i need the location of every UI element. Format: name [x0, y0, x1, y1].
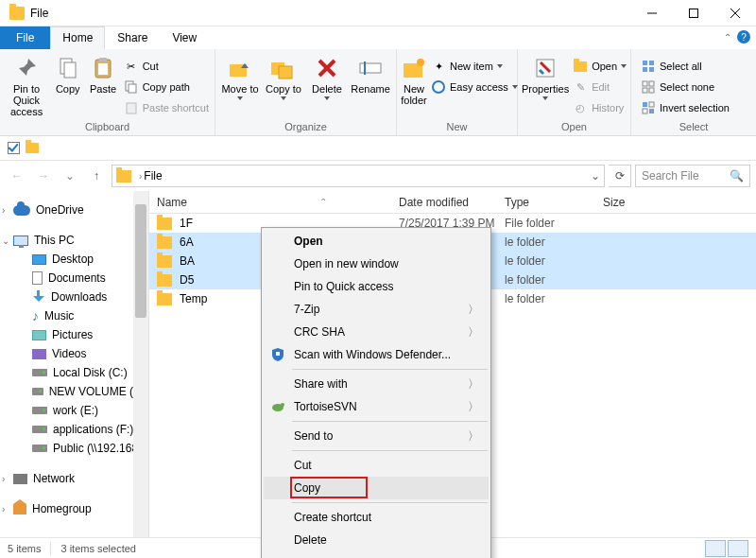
sidebar-item-work[interactable]: work (E:): [0, 401, 148, 420]
copy-to-icon: [270, 55, 297, 81]
ctx-share-with[interactable]: Share with〉: [264, 373, 489, 395]
sidebar-item-documents[interactable]: Documents: [0, 269, 148, 288]
edit-button[interactable]: ✎Edit: [571, 78, 628, 96]
invert-selection-button[interactable]: Invert selection: [639, 98, 731, 117]
delete-button[interactable]: Delete: [306, 55, 348, 100]
tab-home[interactable]: Home: [50, 26, 105, 49]
address-row: ← → ⌄ ↑ › File ⌄ ⟳ Search File 🔍: [0, 161, 756, 191]
ctx-divider: [292, 450, 488, 451]
address-bar[interactable]: › File ⌄: [112, 165, 605, 187]
column-date[interactable]: Date modified: [391, 196, 497, 209]
svg-rect-10: [129, 84, 136, 93]
view-details-button[interactable]: [705, 540, 726, 557]
folder-icon: [157, 255, 172, 268]
svg-rect-5: [64, 62, 76, 78]
back-button[interactable]: ←: [6, 165, 28, 187]
sidebar-item-music[interactable]: ♪Music: [0, 306, 148, 325]
new-folder-button[interactable]: New folder: [401, 55, 427, 106]
sidebar-item-desktop[interactable]: Desktop: [0, 250, 148, 269]
tortoise-icon: [269, 398, 286, 415]
address-dropdown-icon[interactable]: ⌄: [591, 169, 600, 183]
ctx-create-shortcut[interactable]: Create shortcut: [264, 506, 489, 529]
svg-rect-26: [649, 67, 654, 72]
ctx-rename[interactable]: Rename: [264, 551, 489, 558]
select-all-button[interactable]: Select all: [639, 57, 731, 76]
sort-indicator-icon: ⌃: [319, 197, 327, 207]
sidebar-item-network[interactable]: ›Network: [0, 469, 148, 488]
tab-share[interactable]: Share: [105, 26, 160, 49]
cut-button[interactable]: ✂Cut: [122, 57, 211, 76]
sidebar-item-videos[interactable]: Videos: [0, 344, 148, 363]
window-title: File: [30, 7, 631, 20]
ctx-pin-quick-access[interactable]: Pin to Quick access: [264, 275, 489, 298]
sidebar-item-homegroup[interactable]: ›Homegroup: [0, 499, 148, 518]
tab-view[interactable]: View: [160, 26, 209, 49]
ctx-open-new-window[interactable]: Open in new window: [264, 253, 489, 275]
minimize-button[interactable]: [631, 0, 673, 26]
new-item-button[interactable]: ✦New item: [429, 57, 520, 76]
easy-access-button[interactable]: Easy access: [429, 78, 520, 96]
up-button[interactable]: ↑: [85, 165, 108, 187]
ctx-open[interactable]: Open: [264, 230, 489, 253]
help-icon[interactable]: ?: [737, 30, 750, 44]
copy-to-button[interactable]: Copy to: [263, 55, 304, 100]
file-type: File folder: [505, 217, 603, 230]
column-name[interactable]: Name⌃: [149, 196, 391, 209]
view-large-icons-button[interactable]: [728, 540, 748, 557]
sidebar-item-thispc[interactable]: ⌄This PC: [0, 231, 148, 250]
drive-icon: [32, 445, 47, 452]
sidebar-item-onedrive[interactable]: ›OneDrive: [0, 201, 148, 219]
breadcrumb-segment[interactable]: File: [144, 169, 162, 183]
search-input[interactable]: Search File 🔍: [635, 165, 750, 187]
ctx-cut[interactable]: Cut: [264, 454, 489, 477]
tab-file[interactable]: File: [0, 26, 50, 49]
sidebar-item-public[interactable]: Public (\\192.168: [0, 439, 148, 458]
group-label-clipboard: Clipboard: [4, 121, 211, 134]
column-type[interactable]: Type: [497, 196, 595, 209]
sidebar-item-local-disk[interactable]: Local Disk (C:): [0, 363, 148, 382]
sidebar-item-pictures[interactable]: Pictures: [0, 325, 148, 344]
pin-to-quick-access-button[interactable]: Pin to Quick access: [4, 55, 49, 117]
ctx-crc-sha[interactable]: CRC SHA〉: [264, 321, 489, 343]
onedrive-icon: [13, 205, 30, 216]
recent-locations-button[interactable]: ⌄: [59, 165, 81, 187]
documents-icon: [32, 271, 43, 285]
search-icon: 🔍: [730, 169, 744, 183]
rename-button[interactable]: Rename: [350, 55, 391, 95]
paste-button[interactable]: Paste: [86, 55, 119, 95]
properties-icon: [532, 55, 558, 81]
copy-path-button[interactable]: Copy path: [122, 78, 211, 96]
ctx-delete[interactable]: Delete: [264, 529, 489, 551]
properties-button[interactable]: Properties: [522, 55, 569, 100]
collapse-ribbon-icon[interactable]: ⌃: [724, 32, 731, 43]
select-none-button[interactable]: Select none: [639, 78, 731, 96]
ctx-copy[interactable]: Copy: [264, 477, 489, 499]
ctx-send-to[interactable]: Send to〉: [264, 425, 489, 447]
paste-shortcut-button[interactable]: Paste shortcut: [122, 98, 211, 117]
navigation-pane[interactable]: ›OneDrive ⌄This PC Desktop Documents Dow…: [0, 191, 149, 537]
ctx-tortoisesvn[interactable]: TortoiseSVN〉: [264, 395, 489, 418]
sidebar-item-new-volume[interactable]: NEW VOLUME (D:): [0, 382, 148, 401]
show-all-checkbox[interactable]: [8, 142, 20, 154]
svg-point-20: [417, 59, 424, 66]
move-to-button[interactable]: Move to: [219, 55, 261, 100]
history-button[interactable]: ◴History: [571, 98, 628, 117]
column-size[interactable]: Size: [595, 196, 652, 209]
copy-button[interactable]: Copy: [51, 55, 84, 95]
refresh-button[interactable]: ⟳: [609, 165, 631, 187]
ctx-defender[interactable]: Scan with Windows Defender...: [264, 343, 489, 366]
group-clipboard: Pin to Quick access Copy Paste ✂Cut Copy…: [0, 49, 215, 135]
sidebar-scrollbar[interactable]: [133, 191, 148, 537]
copy-path-icon: [124, 79, 139, 95]
group-select: Select all Select none Invert selection …: [631, 49, 756, 135]
forward-button[interactable]: →: [32, 165, 55, 187]
drive-icon: [32, 388, 43, 395]
sidebar-item-applications[interactable]: applications (F:): [0, 420, 148, 439]
pin-icon: [15, 57, 38, 79]
svg-point-37: [281, 403, 284, 407]
ctx-7zip[interactable]: 7-Zip〉: [264, 298, 489, 321]
close-button[interactable]: [714, 0, 756, 26]
maximize-button[interactable]: [673, 0, 714, 26]
open-button[interactable]: Open: [571, 57, 628, 76]
sidebar-item-downloads[interactable]: Downloads: [0, 288, 148, 306]
